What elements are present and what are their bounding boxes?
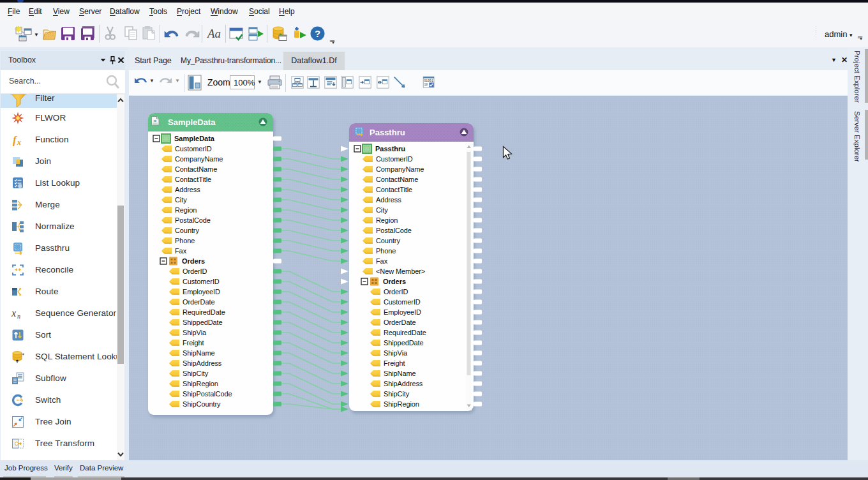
svg-text:ContactName: ContactName	[175, 165, 217, 173]
svg-text:OrderID: OrderID	[384, 288, 408, 296]
svg-text:CustomerID: CustomerID	[376, 155, 413, 163]
svg-text:x: x	[17, 138, 21, 146]
svg-text:SampleData: SampleData	[168, 117, 216, 127]
svg-text:CompanyName: CompanyName	[175, 155, 223, 163]
svg-text:<New Member>: <New Member>	[376, 267, 425, 275]
svg-text:ShipRegion: ShipRegion	[384, 400, 419, 408]
svg-text:Freight: Freight	[183, 339, 204, 347]
svg-text:ShippedDate: ShippedDate	[384, 339, 424, 347]
svg-text:ContactName: ContactName	[376, 176, 418, 183]
svg-text:ShipCity: ShipCity	[183, 370, 209, 377]
svg-text:PostalCode: PostalCode	[175, 216, 211, 224]
svg-text:Address: Address	[175, 186, 200, 193]
svg-text:OrderDate: OrderDate	[384, 319, 415, 326]
svg-text:10: 10	[424, 83, 428, 86]
svg-text:ShipCity: ShipCity	[384, 390, 410, 398]
svg-text:Address: Address	[376, 196, 401, 204]
svg-text:RequiredDate: RequiredDate	[384, 329, 426, 336]
svg-text:CustomerID: CustomerID	[183, 278, 220, 285]
svg-text:ShipAddress: ShipAddress	[384, 380, 423, 387]
svg-text:x: x	[11, 308, 16, 319]
svg-text:Orders: Orders	[182, 257, 205, 265]
svg-text:EmployeeID: EmployeeID	[384, 308, 421, 316]
svg-text:PostalCode: PostalCode	[376, 227, 412, 234]
svg-text:ShippedDate: ShippedDate	[183, 319, 223, 326]
svg-text:Passthru: Passthru	[375, 145, 405, 153]
svg-text:Phone: Phone	[175, 237, 195, 244]
svg-text:ShipCountry: ShipCountry	[183, 400, 221, 408]
svg-text:ShipAddress: ShipAddress	[183, 359, 222, 367]
svg-text:ContactTitle: ContactTitle	[376, 186, 412, 193]
svg-text:ShipRegion: ShipRegion	[183, 380, 218, 387]
svg-text:CustomerID: CustomerID	[175, 145, 212, 153]
svg-text:Country: Country	[376, 237, 400, 244]
svg-text:OrderID: OrderID	[183, 267, 207, 275]
svg-text:ShipVia: ShipVia	[384, 349, 408, 357]
svg-text:City: City	[376, 206, 388, 214]
svg-text:ShipVia: ShipVia	[183, 329, 207, 336]
svg-text:CompanyName: CompanyName	[376, 165, 424, 173]
svg-text:Region: Region	[376, 216, 398, 224]
svg-text:ShipPostalCode: ShipPostalCode	[183, 390, 232, 398]
svg-text:Phone: Phone	[376, 247, 396, 255]
svg-text:OrderDate: OrderDate	[183, 298, 214, 306]
svg-text:ContactTitle: ContactTitle	[175, 176, 211, 183]
svg-text:Country: Country	[175, 227, 199, 234]
svg-text:EmployeeID: EmployeeID	[183, 288, 220, 296]
svg-text:Fax: Fax	[376, 257, 388, 265]
svg-text:Fax: Fax	[175, 247, 187, 255]
svg-text:01001: 01001	[424, 79, 433, 82]
svg-text:ShipName: ShipName	[384, 370, 416, 377]
svg-text:SampleData: SampleData	[174, 135, 215, 142]
svg-text:Freight: Freight	[384, 359, 405, 367]
svg-text:Region: Region	[175, 206, 197, 214]
svg-text:ShipName: ShipName	[183, 349, 215, 357]
svg-text:n: n	[17, 313, 20, 320]
svg-text:CustomerID: CustomerID	[384, 298, 421, 306]
svg-text:RequiredDate: RequiredDate	[183, 308, 225, 316]
svg-text:Orders: Orders	[383, 278, 406, 285]
svg-text:?: ?	[315, 28, 320, 39]
svg-text:Passthru: Passthru	[370, 128, 405, 137]
svg-text:City: City	[175, 196, 187, 204]
